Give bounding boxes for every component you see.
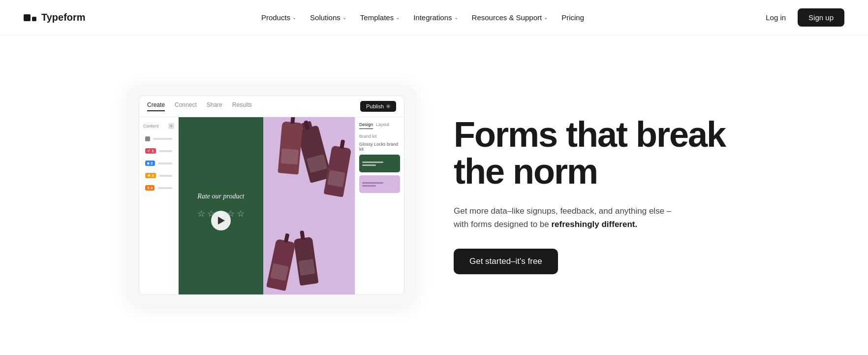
item-number: ✓ 1 <box>145 148 156 154</box>
add-content-button[interactable]: + <box>168 123 174 129</box>
mockup-outer-frame: Create Connect Share Results Publish <box>129 86 414 305</box>
nav-links: Products ⌄ Solutions ⌄ Templates ⌄ Integ… <box>255 9 590 26</box>
logo-icon <box>24 14 36 21</box>
nav-link-resources[interactable]: Resources & Support ⌄ <box>466 9 554 26</box>
nav-item-templates: Templates ⌄ <box>354 9 405 26</box>
item-bar <box>159 150 172 152</box>
mockup-tab-create[interactable]: Create <box>147 101 165 111</box>
mockup-tab-results[interactable]: Results <box>232 101 252 111</box>
nav-link-integrations[interactable]: Integrations ⌄ <box>407 9 464 26</box>
item-number: ¶ 4 <box>145 185 155 191</box>
bottle-pump <box>300 230 305 240</box>
item-bar <box>159 175 172 177</box>
nav-link-solutions[interactable]: Solutions ⌄ <box>304 9 352 26</box>
hero-text: Forms that break the norm Get more data–… <box>454 116 729 275</box>
swatch-line <box>362 182 383 184</box>
bottle-label <box>280 149 298 165</box>
canvas-left-panel: Rate our product ☆ ☆ ☆ ☆ ☆ <box>179 117 263 294</box>
nav-label-solutions: Solutions <box>310 13 341 22</box>
nav-link-products[interactable]: Products ⌄ <box>255 9 302 26</box>
brand-name: Typeform <box>41 12 86 23</box>
canvas-split: Rate our product ☆ ☆ ☆ ☆ ☆ <box>179 117 355 294</box>
nav-item-solutions: Solutions ⌄ <box>304 9 352 26</box>
nav-item-resources: Resources & Support ⌄ <box>466 9 554 26</box>
play-button[interactable] <box>211 211 231 230</box>
product-bottle-5 <box>266 239 296 291</box>
publish-button[interactable]: Publish <box>360 101 396 112</box>
brand-kit-title: Brand kit <box>359 134 400 139</box>
star-5: ☆ <box>237 208 245 219</box>
sidebar-item-5[interactable]: ¶ 4 <box>143 183 174 193</box>
mockup-tab-share[interactable]: Share <box>207 101 222 111</box>
logo-square-small <box>32 17 36 21</box>
bottle-label <box>270 263 289 281</box>
color-swatch-green[interactable] <box>359 155 400 172</box>
login-button[interactable]: Log in <box>760 9 792 26</box>
hero-subtext: Get more data–like signups, feedback, an… <box>454 204 680 231</box>
panel-tab-design[interactable]: Design <box>359 122 373 129</box>
swatch-lines-lavender <box>362 182 397 187</box>
mockup-sidebar: Content + ✓ 1 ■ 2 <box>139 117 179 294</box>
mockup-canvas: Rate our product ☆ ☆ ☆ ☆ ☆ <box>179 117 355 294</box>
product-mockup: Create Connect Share Results Publish <box>129 86 414 305</box>
mockup-topbar: Create Connect Share Results Publish <box>139 96 404 117</box>
bottle-pump <box>290 117 295 124</box>
nav-item-pricing: Pricing <box>556 9 590 26</box>
mockup-inner-frame: Create Connect Share Results Publish <box>139 96 404 295</box>
bottle-label <box>306 154 327 173</box>
chevron-down-icon: ⌄ <box>292 15 296 20</box>
bottle-pump <box>340 139 345 149</box>
content-label: Content + <box>143 123 174 129</box>
item-number: ★ 3 <box>145 173 156 178</box>
hero-section: Create Connect Share Results Publish <box>0 35 868 355</box>
product-bottle-2 <box>324 145 352 197</box>
nav-label-integrations: Integrations <box>413 13 452 22</box>
nav-label-resources: Resources & Support <box>472 13 542 22</box>
swatch-line <box>362 164 376 166</box>
star-1: ☆ <box>197 208 205 219</box>
item-bar <box>153 138 172 140</box>
swatch-line <box>362 185 376 187</box>
product-bottle-4 <box>294 237 319 286</box>
nav-actions: Log in Sign up <box>760 8 844 27</box>
navbar: Typeform Products ⌄ Solutions ⌄ Template… <box>0 0 868 35</box>
cta-button[interactable]: Get started–it's free <box>454 249 558 274</box>
chevron-down-icon: ⌄ <box>342 15 346 20</box>
bottle-label <box>327 170 345 187</box>
nav-link-pricing[interactable]: Pricing <box>556 9 590 26</box>
nav-item-products: Products ⌄ <box>255 9 302 26</box>
nav-label-pricing: Pricing <box>561 13 584 22</box>
sidebar-item-4[interactable]: ★ 3 <box>143 170 174 181</box>
mockup-right-panel: Design Layout Brand kit Glossy Locks bra… <box>355 117 404 294</box>
play-arrow-icon <box>218 217 225 225</box>
nav-item-integrations: Integrations ⌄ <box>407 9 464 26</box>
hero-subtext-bold: refreshingly different. <box>551 220 637 229</box>
chevron-down-icon: ⌄ <box>454 15 458 20</box>
bottle-pump <box>284 233 290 243</box>
bottle-label <box>299 259 315 276</box>
swatch-lines-green <box>362 161 397 166</box>
nav-label-templates: Templates <box>360 13 394 22</box>
item-bar <box>157 187 172 189</box>
logo[interactable]: Typeform <box>24 12 86 23</box>
nav-link-templates[interactable]: Templates ⌄ <box>354 9 405 26</box>
glossy-brand-item[interactable]: Glossy Locks brand kit <box>359 142 400 152</box>
color-swatch-lavender[interactable] <box>359 175 400 193</box>
logo-square-large <box>24 14 31 21</box>
panel-tab-layout[interactable]: Layout <box>376 122 389 129</box>
panel-tabs: Design Layout <box>359 122 400 129</box>
chevron-down-icon: ⌄ <box>544 15 548 20</box>
chevron-down-icon: ⌄ <box>396 15 400 20</box>
mockup-tab-connect[interactable]: Connect <box>175 101 197 111</box>
product-bottle-3 <box>278 121 303 174</box>
canvas-right-panel <box>263 117 355 294</box>
signup-button[interactable]: Sign up <box>798 8 844 27</box>
publish-status-dot <box>386 104 390 108</box>
sidebar-item-2[interactable]: ✓ 1 <box>143 146 174 156</box>
swatch-line <box>362 161 383 163</box>
sidebar-item-3[interactable]: ■ 2 <box>143 158 174 168</box>
publish-label: Publish <box>366 103 384 109</box>
hero-headline: Forms that break the norm <box>454 116 729 191</box>
item-bar <box>158 162 172 164</box>
sidebar-item-1[interactable] <box>143 134 174 144</box>
